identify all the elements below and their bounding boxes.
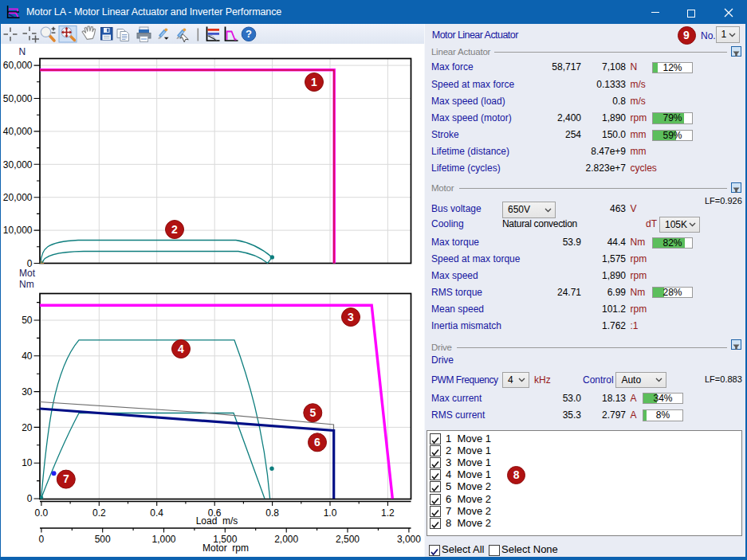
svg-text:0: 0 [27,493,33,504]
svg-text:N: N [19,46,26,57]
svg-text:20: 20 [22,422,33,433]
svg-text:0: 0 [39,534,45,545]
svg-text:40,000: 40,000 [3,126,33,137]
svg-text:500: 500 [95,534,111,545]
svg-text:Mot: Mot [19,268,36,279]
svg-text:0.0: 0.0 [35,507,49,519]
svg-text:2,000: 2,000 [274,534,298,545]
svg-text:40: 40 [22,350,33,362]
svg-text:Load m/s: Load m/s [196,515,238,527]
svg-text:3,000: 3,000 [397,534,421,545]
svg-text:30,000: 30,000 [3,159,33,170]
svg-text:4: 4 [178,343,184,355]
svg-text:6: 6 [314,436,320,448]
svg-text:50: 50 [22,315,33,326]
svg-text:10: 10 [22,457,33,468]
svg-text:30: 30 [22,386,33,397]
svg-text:20,000: 20,000 [3,192,33,203]
svg-text:Nm: Nm [19,279,34,290]
svg-text:5: 5 [309,406,316,419]
svg-text:0.4: 0.4 [150,507,163,519]
svg-text:2: 2 [171,223,178,236]
svg-text:10,000: 10,000 [3,225,33,236]
svg-text:Motor rpm: Motor rpm [202,542,249,554]
svg-text:0.2: 0.2 [92,507,106,519]
svg-text:1.0: 1.0 [324,507,337,519]
svg-text:1,000: 1,000 [151,534,175,545]
svg-text:7: 7 [63,472,69,485]
svg-text:50,000: 50,000 [3,93,33,104]
svg-text:0.8: 0.8 [265,507,279,519]
svg-text:2,500: 2,500 [336,534,360,545]
svg-text:1.2: 1.2 [381,507,395,519]
svg-text:60,000: 60,000 [3,60,33,71]
svg-text:1: 1 [311,76,317,88]
svg-text:?: ? [246,28,252,40]
svg-text:3: 3 [348,311,354,323]
